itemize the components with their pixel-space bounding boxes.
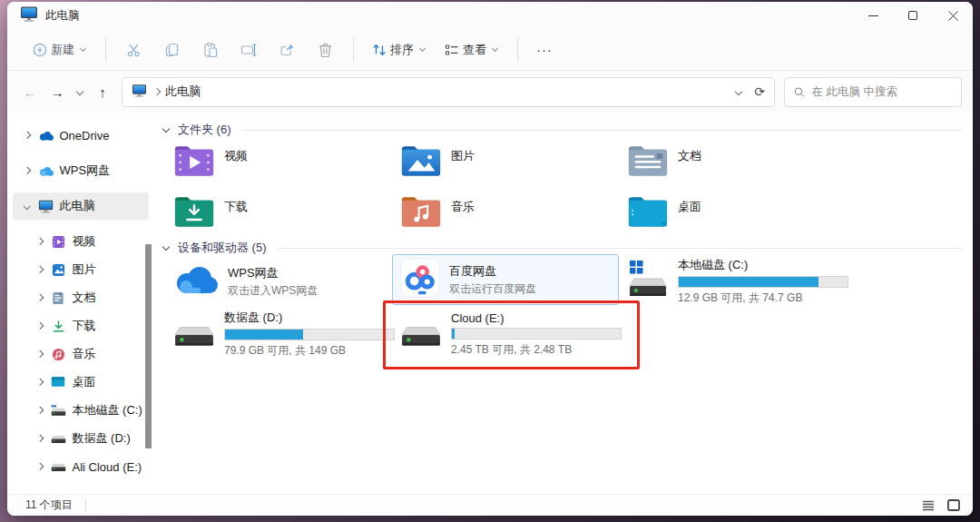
sidebar-item-this-pc[interactable]: 此电脑 <box>13 192 149 220</box>
downloads-folder-icon <box>173 192 215 232</box>
onedrive-cloud-icon <box>38 128 54 143</box>
forward-button[interactable]: → <box>44 78 71 105</box>
rename-button[interactable] <box>230 34 268 65</box>
system-drive-icon <box>627 261 669 302</box>
paste-button[interactable] <box>191 34 230 65</box>
toolbar-divider <box>105 38 106 62</box>
plus-circle-icon <box>33 43 47 57</box>
view-button[interactable]: 查看 <box>436 37 508 63</box>
chevron-right-icon[interactable] <box>36 463 44 470</box>
delete-button[interactable] <box>306 34 344 65</box>
copy-icon <box>164 42 181 58</box>
chevron-right-icon[interactable] <box>36 238 44 245</box>
videos-icon <box>51 234 66 250</box>
maximize-button[interactable] <box>893 2 933 29</box>
large-icons-view-button[interactable] <box>944 497 964 514</box>
back-button[interactable]: ← <box>16 78 44 105</box>
details-view-button[interactable] <box>918 497 938 514</box>
cut-button[interactable] <box>115 34 153 65</box>
chevron-down-icon[interactable] <box>162 242 170 250</box>
sort-icon <box>372 43 387 57</box>
sort-label: 排序 <box>390 42 414 58</box>
chevron-right-icon[interactable] <box>36 435 44 442</box>
desktop-folder-icon <box>627 192 669 232</box>
chevron-down-icon[interactable] <box>24 202 31 210</box>
share-button[interactable] <box>268 34 306 65</box>
breadcrumb[interactable]: 此电脑 <box>165 84 201 100</box>
drive-subtitle: 双击进入WPS网盘 <box>228 283 318 299</box>
more-options-button[interactable]: ··· <box>527 42 562 57</box>
drive-capacity: 79.9 GB 可用, 共 149 GB <box>224 343 391 359</box>
toolbar-divider <box>517 38 518 62</box>
this-pc-icon <box>132 84 147 101</box>
folder-tile-music[interactable]: 音乐 <box>392 189 619 236</box>
folders-section-header[interactable]: 文件夹 (6) <box>163 122 962 138</box>
up-button[interactable]: ↑ <box>89 78 116 105</box>
search-box[interactable] <box>784 77 962 107</box>
rename-icon <box>240 42 258 58</box>
drive-icon <box>51 459 66 475</box>
content-pane: 文件夹 (6) 视频 <box>154 113 973 494</box>
folder-tile-documents[interactable]: 文档 <box>619 138 846 185</box>
sidebar-item-data-disk-d[interactable]: 数据盘 (D:) <box>13 425 149 452</box>
chevron-right-icon[interactable] <box>24 132 31 139</box>
close-button[interactable] <box>933 2 973 29</box>
sidebar-item-ali-cloud-e[interactable]: Ali Cloud (E:) <box>13 453 149 480</box>
sidebar-item-desktop[interactable]: 桌面 <box>13 369 149 396</box>
trash-icon <box>318 42 333 58</box>
scrollbar-thumb[interactable] <box>145 244 152 448</box>
recent-locations-button[interactable] <box>71 78 89 105</box>
view-icon <box>445 43 459 57</box>
sidebar-item-local-disk-c[interactable]: 本地磁盘 (C:) <box>13 397 149 424</box>
chevron-right-icon[interactable] <box>36 266 44 273</box>
chevron-right-icon[interactable] <box>36 294 44 301</box>
baidu-netdisk-icon <box>400 258 440 301</box>
sidebar-item-videos[interactable]: 视频 <box>13 228 149 255</box>
sidebar-scrollbar[interactable] <box>144 131 152 485</box>
drive-name: WPS网盘 <box>228 265 318 281</box>
address-dropdown-icon[interactable] <box>735 88 742 95</box>
window-title: 此电脑 <box>45 8 80 24</box>
drive-name: 数据盘 (D:) <box>224 310 391 326</box>
refresh-icon[interactable]: ⟳ <box>754 84 765 99</box>
drive-tile-wps[interactable]: WPS网盘 双击进入WPS网盘 <box>165 256 392 307</box>
large-icons-view-icon <box>947 499 960 511</box>
drive-capacity: 12.9 GB 可用, 共 74.7 GB <box>678 291 845 306</box>
sidebar-item-downloads[interactable]: 下载 <box>13 312 149 340</box>
sidebar-item-pictures[interactable]: 图片 <box>13 256 149 283</box>
search-input[interactable] <box>812 85 952 98</box>
toolbar-divider <box>353 38 354 62</box>
folder-tile-desktop[interactable]: 桌面 <box>619 189 846 236</box>
chevron-right-icon[interactable] <box>36 407 44 414</box>
chevron-right-icon[interactable] <box>36 350 44 358</box>
chevron-right-icon[interactable] <box>36 322 44 330</box>
chevron-right-icon[interactable] <box>24 167 31 174</box>
folder-tile-pictures[interactable]: 图片 <box>392 138 619 185</box>
chevron-down-icon[interactable] <box>162 124 170 132</box>
cut-icon <box>126 42 142 58</box>
sidebar-item-onedrive[interactable]: OneDrive <box>13 122 149 149</box>
chevron-down-icon <box>80 45 86 52</box>
minimize-button[interactable] <box>853 2 893 29</box>
music-icon <box>51 347 66 362</box>
drive-tile-data-d[interactable]: 数据盘 (D:) 79.9 GB 可用, 共 149 GB <box>165 309 392 359</box>
drive-name: 百度网盘 <box>449 263 536 280</box>
folder-tile-downloads[interactable]: 下载 <box>165 189 392 236</box>
sidebar-item-music[interactable]: 音乐 <box>13 340 149 368</box>
sidebar-item-wps-cloud[interactable]: WPS网盘 <box>13 157 149 184</box>
drive-tile-local-c[interactable]: 本地磁盘 (C:) 12.9 GB 可用, 共 74.7 GB <box>619 256 846 307</box>
folder-tile-videos[interactable]: 视频 <box>165 138 392 185</box>
sidebar-item-documents[interactable]: 文档 <box>13 284 149 311</box>
view-label: 查看 <box>463 42 486 58</box>
sort-button[interactable]: 排序 <box>363 37 436 63</box>
capacity-bar <box>224 329 395 340</box>
chevron-down-icon <box>76 88 83 95</box>
wps-netdisk-icon <box>173 263 219 300</box>
drive-tile-baidu[interactable]: 百度网盘 双击运行百度网盘 <box>392 254 619 305</box>
chevron-right-icon[interactable] <box>36 379 44 386</box>
address-bar[interactable]: 此电脑 ⟳ <box>122 77 775 107</box>
new-button[interactable]: 新建 <box>24 37 96 63</box>
annotation-box <box>383 300 640 369</box>
copy-button[interactable] <box>153 34 191 65</box>
paste-icon <box>202 42 219 58</box>
